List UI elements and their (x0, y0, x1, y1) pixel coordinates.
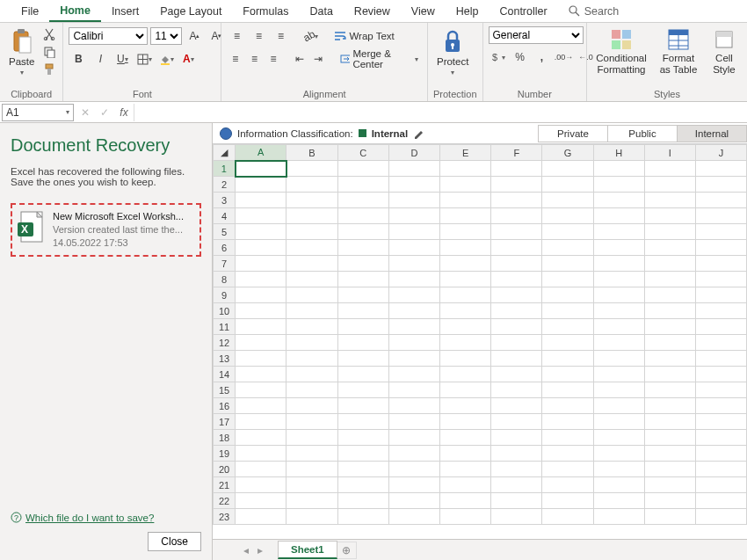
grow-font-button[interactable]: A▴ (185, 26, 204, 46)
cell-J2[interactable] (695, 177, 746, 193)
cell-J1[interactable] (695, 161, 746, 177)
merge-center-button[interactable]: Merge & Center (337, 49, 422, 69)
number-format-select[interactable]: General (489, 26, 584, 44)
cell-G20[interactable] (542, 462, 593, 477)
row-header-5[interactable]: 5 (214, 224, 236, 240)
cell-F12[interactable] (491, 335, 542, 351)
cell-G5[interactable] (542, 224, 593, 240)
tab-page-layout[interactable]: Page Layout (149, 2, 232, 21)
protect-button[interactable]: Protect ▾ (433, 26, 472, 78)
cell-I13[interactable] (644, 351, 695, 367)
increase-decimal-button[interactable]: .00→ (555, 47, 574, 67)
cell-D18[interactable] (388, 430, 439, 446)
cell-E18[interactable] (440, 430, 491, 446)
cell-H22[interactable] (593, 493, 644, 509)
cell-F5[interactable] (491, 224, 542, 240)
cell-D11[interactable] (388, 319, 439, 335)
cell-F13[interactable] (491, 351, 542, 367)
cell-J23[interactable] (695, 509, 746, 525)
italic-button[interactable]: I (91, 49, 110, 69)
cell-E4[interactable] (440, 208, 491, 224)
cell-H12[interactable] (593, 335, 644, 351)
column-header-J[interactable]: J (695, 145, 746, 161)
cell-G16[interactable] (542, 398, 593, 414)
cell-C3[interactable] (337, 193, 388, 208)
cell-C11[interactable] (337, 319, 388, 335)
cell-J16[interactable] (695, 398, 746, 414)
cell-I10[interactable] (644, 303, 695, 319)
tab-insert[interactable]: Insert (101, 2, 149, 21)
cell-B13[interactable] (286, 351, 337, 367)
cell-E2[interactable] (440, 177, 491, 193)
cell-E7[interactable] (440, 256, 491, 272)
cell-I23[interactable] (644, 509, 695, 525)
cell-E22[interactable] (440, 493, 491, 509)
cell-H3[interactable] (593, 193, 644, 208)
cell-D10[interactable] (388, 303, 439, 319)
tab-formulas[interactable]: Formulas (232, 2, 299, 21)
cell-I1[interactable] (644, 161, 695, 177)
cell-J9[interactable] (695, 287, 746, 303)
cell-E6[interactable] (440, 240, 491, 256)
tab-view[interactable]: View (401, 2, 446, 21)
cell-F11[interactable] (491, 319, 542, 335)
cell-F10[interactable] (491, 303, 542, 319)
cell-F22[interactable] (491, 493, 542, 509)
cell-E9[interactable] (440, 287, 491, 303)
recovery-item[interactable]: X New Microsoft Excel Worksh... Version … (11, 203, 201, 257)
cell-D2[interactable] (388, 177, 439, 193)
column-header-C[interactable]: C (337, 145, 388, 161)
cell-F14[interactable] (491, 367, 542, 382)
row-header-4[interactable]: 4 (214, 208, 236, 224)
cell-A19[interactable] (236, 446, 286, 462)
underline-button[interactable]: U (112, 49, 132, 69)
cell-C16[interactable] (337, 398, 388, 414)
cell-A21[interactable] (236, 477, 286, 493)
cell-I17[interactable] (644, 414, 695, 430)
cell-G14[interactable] (542, 367, 593, 382)
name-box[interactable]: A1▾ (2, 104, 74, 121)
indent-increase-button[interactable]: ⇥ (310, 49, 327, 69)
font-name-select[interactable]: Calibri (69, 27, 148, 45)
row-header-11[interactable]: 11 (214, 319, 236, 335)
cell-G11[interactable] (542, 319, 593, 335)
cell-A5[interactable] (236, 224, 286, 240)
cell-I14[interactable] (644, 367, 695, 382)
cell-J17[interactable] (695, 414, 746, 430)
cell-A10[interactable] (236, 303, 286, 319)
column-header-A[interactable]: A (236, 145, 286, 161)
cell-B15[interactable] (286, 382, 337, 398)
cell-H18[interactable] (593, 430, 644, 446)
cell-H9[interactable] (593, 287, 644, 303)
cell-D7[interactable] (388, 256, 439, 272)
cell-B11[interactable] (286, 319, 337, 335)
cell-E11[interactable] (440, 319, 491, 335)
cell-E5[interactable] (440, 224, 491, 240)
classification-public-button[interactable]: Public (607, 125, 678, 142)
cell-A3[interactable] (236, 193, 286, 208)
cell-J20[interactable] (695, 462, 746, 477)
cell-J13[interactable] (695, 351, 746, 367)
cell-C2[interactable] (337, 177, 388, 193)
cell-B6[interactable] (286, 240, 337, 256)
cell-B1[interactable] (286, 161, 337, 177)
cell-H15[interactable] (593, 382, 644, 398)
cell-C12[interactable] (337, 335, 388, 351)
cell-H1[interactable] (593, 161, 644, 177)
cell-A16[interactable] (236, 398, 286, 414)
bold-button[interactable]: B (69, 49, 88, 69)
cell-D14[interactable] (388, 367, 439, 382)
cell-B14[interactable] (286, 367, 337, 382)
cell-B3[interactable] (286, 193, 337, 208)
cell-H21[interactable] (593, 477, 644, 493)
row-header-12[interactable]: 12 (214, 335, 236, 351)
cell-C22[interactable] (337, 493, 388, 509)
cell-D5[interactable] (388, 224, 439, 240)
cell-D20[interactable] (388, 462, 439, 477)
cell-J4[interactable] (695, 208, 746, 224)
cell-B22[interactable] (286, 493, 337, 509)
tab-file[interactable]: File (11, 2, 49, 21)
cell-H14[interactable] (593, 367, 644, 382)
row-header-13[interactable]: 13 (214, 351, 236, 367)
cell-I5[interactable] (644, 224, 695, 240)
